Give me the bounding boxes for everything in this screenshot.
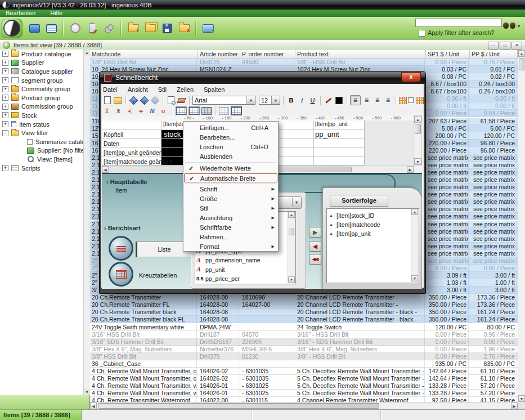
scroll-thumb[interactable] (98, 403, 379, 409)
align-left-button[interactable]: ≡ (350, 95, 361, 105)
search-input[interactable] (415, 19, 502, 27)
restore-button[interactable]: □ (500, 42, 510, 50)
dropdown-caret-icon[interactable]: ▼ (246, 96, 255, 104)
sort-item[interactable]: ▲[Item]pp_unit (329, 229, 371, 238)
grid-cell-pp-unit[interactable]: pp_unit (315, 130, 364, 138)
sidebar-item[interactable]: +Catalogue supplier (0, 67, 89, 76)
new-record-button[interactable]: + (125, 20, 142, 37)
context-menu-item[interactable]: Schrift▶ (184, 185, 277, 194)
tree-expander-icon[interactable]: - (2, 130, 8, 136)
grid-row-label[interactable]: [Item]pp_unit geändert (104, 149, 163, 156)
context-menu-item[interactable]: Größe▶ (184, 194, 277, 203)
table-row[interactable]: 4 Ch. Remote Wall Mount Transmitter, cre… (90, 375, 518, 382)
scroll-up-icon[interactable]: ▲ (518, 50, 525, 57)
minimize-button[interactable]: — (488, 42, 499, 50)
sidebar-item[interactable]: -View filter (0, 128, 89, 137)
table-row[interactable]: 20 Ch.Remote Transmitter black FL164028-… (90, 316, 518, 323)
sort-order-list[interactable]: ▲ ▼ ▲[Item]stock_ID▲[Item]matchcode▲[Ite… (326, 208, 419, 283)
min-button[interactable]: ◂( (125, 106, 134, 115)
search-options-caret-icon[interactable]: ▾ (518, 24, 520, 29)
context-menu-item[interactable]: Stil▶ (184, 204, 277, 213)
layout-row-header-button[interactable] (176, 106, 187, 116)
font-color-pen-button[interactable] (324, 96, 333, 105)
grid-row-label[interactable]: Daten (104, 140, 119, 147)
scroll-down-icon[interactable]: ▼ (288, 276, 295, 283)
scroll-thumb[interactable] (415, 124, 421, 134)
scroll-up-icon[interactable]: ▲ (84, 50, 90, 56)
sidebar-item[interactable]: +Stock (0, 111, 89, 120)
tree-expander-icon[interactable]: + (2, 86, 8, 92)
count-button[interactable]: N (147, 106, 157, 115)
scroll-down-icon[interactable]: ▼ (84, 389, 90, 395)
print-preview-button[interactable] (166, 96, 176, 105)
scroll-down-icon[interactable]: ▼ (411, 275, 418, 282)
tree-expander-icon[interactable]: + (2, 51, 8, 57)
field-item[interactable]: App_dimension_name (196, 256, 260, 265)
sidebar-item[interactable]: Supplier: [No filter] (0, 146, 89, 155)
dialog-menu-zellen[interactable]: Zellen (177, 86, 194, 93)
open-report-button[interactable] (113, 96, 123, 105)
context-menu-item[interactable]: ✓Automatische Breite (184, 173, 277, 182)
tree-expander-icon[interactable]: + (2, 95, 8, 101)
save-button[interactable] (159, 20, 176, 37)
sidebar-item[interactable]: +Commission group (0, 102, 89, 111)
dialog-close-button[interactable]: x (401, 72, 421, 82)
align-justify-button[interactable]: ≡ (383, 96, 393, 105)
table-row[interactable]: 3/16" HSS Drill BitDrill187045703/16" - … (90, 331, 518, 338)
dropdown-caret-icon[interactable]: ▼ (292, 198, 300, 207)
column-header[interactable]: P. order number (240, 50, 295, 58)
insert-column-button[interactable] (219, 106, 229, 115)
sidebar-item[interactable]: +Commodity group (0, 84, 89, 93)
color-swatch-button[interactable] (334, 96, 344, 105)
table-row[interactable]: 36 _Cabinet_Case935.00 / PC635.00 / PC (90, 360, 518, 368)
table-row[interactable]: 3/16" SDS Hammer Drill BitDrillSDS187226… (90, 338, 518, 346)
field-item[interactable]: 0.5pp_price_per (196, 275, 240, 283)
table-row[interactable]: 4 Ch. Remote Transmitter Waterproof16402… (90, 397, 518, 402)
context-menu-item[interactable]: Ausblenden (184, 152, 277, 161)
fields-scrollbar[interactable]: ▲ ▼ (288, 212, 295, 283)
dialog-menu-spalten[interactable]: Spalten (204, 86, 225, 93)
table-row[interactable]: 24V Toggle Swith momentary whiteDPMA.24W… (90, 324, 518, 331)
tree-expander-icon[interactable]: + (2, 104, 8, 110)
bold-button[interactable]: B (286, 96, 296, 105)
table-row[interactable]: 1/8" HSS Drill BitDrill125045301/8" - HS… (90, 59, 518, 66)
grid-row-label[interactable]: [Item]matchcode geändert (104, 158, 172, 165)
average-button[interactable]: x̄ (114, 106, 123, 115)
scroll-up-icon[interactable]: ▲ (288, 212, 295, 218)
field-item[interactable]: App_unit (196, 265, 225, 274)
menubar-item-hilfe[interactable]: Hilfe (50, 10, 62, 17)
sort-scrollbar[interactable]: ▲ ▼ (411, 209, 419, 282)
add-sort-field-button[interactable]: ▶ (309, 227, 321, 238)
report-style-3-button[interactable] (150, 96, 160, 105)
scroll-up-icon[interactable]: ▲ (414, 116, 421, 123)
delete-record-button[interactable]: x (176, 20, 192, 37)
table-row[interactable]: 3/8" Hex X 6", Mag. NutsettersNutsetter3… (90, 346, 518, 353)
align-center-button[interactable]: ≡ (362, 96, 371, 105)
table-row[interactable]: 3/8" HSS Drill BitDrill375012303/8" - HS… (90, 353, 518, 360)
tree-expander-icon[interactable]: + (2, 68, 8, 74)
context-menu-item[interactable]: ✓Wiederholte Werte (184, 164, 277, 173)
table-vertical-scrollbar[interactable]: ▲ ▼ (518, 50, 525, 402)
new-window-button[interactable]: + (200, 20, 217, 37)
dialog-menu-datei[interactable]: Datei (103, 86, 118, 93)
list-view-button[interactable] (26, 20, 43, 37)
sidebar-item[interactable]: +Product catalogue (0, 50, 89, 59)
column-header[interactable]: SP1 $ / Unit (426, 50, 470, 58)
history-button[interactable] (67, 20, 84, 37)
column-header[interactable]: Product text (295, 50, 426, 58)
scroll-up-icon[interactable]: ▲ (411, 209, 418, 215)
sidebar-item[interactable]: +Item status (0, 120, 89, 129)
dialog-menu-ansicht[interactable]: Ansicht (128, 86, 148, 93)
sidebar-scrollbar[interactable]: ▲ ▼ (83, 50, 90, 395)
eraser-button[interactable] (177, 96, 186, 105)
scroll-right-icon[interactable]: ▶ (407, 166, 414, 173)
tree-expander-icon[interactable]: + (2, 112, 8, 118)
context-menu-item[interactable]: Rahmen... (184, 233, 277, 242)
home-button[interactable] (1, 19, 23, 38)
grid-column-header-ppunit[interactable]: [Item]pp_unit (315, 121, 348, 127)
cell-fill-button[interactable] (399, 96, 414, 105)
sidebar-item[interactable]: View: [Items] (0, 155, 89, 164)
italic-button[interactable]: I (297, 96, 307, 105)
settings-button[interactable] (101, 20, 118, 37)
remove-all-sort-fields-button[interactable]: ◀◀ (309, 254, 321, 265)
